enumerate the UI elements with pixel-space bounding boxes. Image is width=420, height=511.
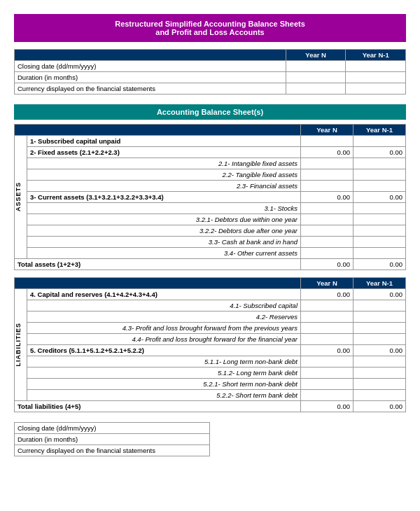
liab-row-6: 5. Creditors (5.1.1+5.1.2+5.2.1+5.2.2) 0… — [15, 345, 406, 356]
total-liab-year-n1: 0.00 — [354, 401, 406, 412]
current-assets-year-n: 0.00 — [301, 192, 354, 203]
top-info-table: Year N Year N-1 Closing date (dd/mm/yyyy… — [14, 49, 406, 94]
assets-total-row: Total assets (1+2+3) 0.00 0.00 — [15, 259, 406, 270]
assets-table: Year N Year N-1 ASSETS 1- Subscribed cap… — [14, 124, 406, 270]
closing-date-label: Closing date (dd/mm/yyyy) — [15, 61, 286, 72]
assets-row-9: 3.2.2- Debtors due after one year — [15, 225, 406, 237]
liab-row-5: 4.4- Profit and loss brought forward for… — [15, 334, 406, 345]
creditors-year-n: 0.00 — [301, 345, 354, 356]
total-assets-year-n: 0.00 — [301, 259, 354, 270]
creditors-year-n1: 0.00 — [354, 345, 406, 356]
liab-total-row: Total liabilities (4+5) 0.00 0.00 — [15, 401, 406, 412]
assets-row-6: 3- Current assets (3.1+3.2.1+3.2.2+3.3+3… — [15, 192, 406, 203]
total-assets-label: Total assets (1+2+3) — [15, 259, 301, 270]
top-info-row-3: Currency displayed on the financial stat… — [15, 83, 406, 94]
fixed-assets-year-n1: 0.00 — [354, 147, 406, 158]
assets-row-5: 2.3- Financial assets — [15, 181, 406, 192]
debtors-within-label: 3.2.1- Debtors due within one year — [27, 214, 301, 225]
current-assets-label: 3- Current assets (3.1+3.2.1+3.2.2+3.3+3… — [27, 192, 301, 203]
top-info-row-1: Closing date (dd/mm/yyyy) — [15, 61, 406, 72]
financial-assets-label: 2.3- Financial assets — [27, 181, 301, 192]
assets-row-7: 3.1- Stocks — [15, 203, 406, 214]
reserves-label: 4.2- Reserves — [27, 312, 301, 323]
fixed-assets-year-n: 0.00 — [301, 147, 354, 158]
liab-row-7: 5.1.1- Long term non-bank debt — [15, 356, 406, 368]
balance-sheet-title: Accounting Balance Sheet(s) — [14, 104, 406, 120]
bottom-row-3: Currency displayed on the financial stat… — [15, 445, 210, 456]
bottom-closing-label: Closing date (dd/mm/yyyy) — [15, 423, 210, 434]
fixed-assets-label: 2- Fixed assets (2.1+2.2+2.3) — [27, 147, 301, 158]
pl-financial-label: 4.4- Profit and loss brought forward for… — [27, 334, 301, 345]
assets-row-2: 2- Fixed assets (2.1+2.2+2.3) 0.00 0.00 — [15, 147, 406, 158]
pl-previous-label: 4.3- Profit and loss brought forward fro… — [27, 323, 301, 334]
duration-label: Duration (in months) — [15, 72, 286, 83]
top-header-year-n: Year N — [286, 50, 346, 61]
liab-row-3: 4.2- Reserves — [15, 312, 406, 323]
tangible-label: 2.2- Tangible fixed assets — [27, 169, 301, 181]
bottom-row-2: Duration (in months) — [15, 434, 210, 445]
liab-row-10: 5.2.2- Short term bank debt — [15, 390, 406, 401]
assets-row-10: 3.3- Cash at bank and in hand — [15, 237, 406, 248]
liab-row-8: 5.1.2- Long term bank debt — [15, 368, 406, 379]
capital-reserves-label: 4. Capital and reserves (4.1+4.2+4.3+4.4… — [27, 289, 301, 300]
st-nonbank-label: 5.2.1- Short term non-bank debt — [27, 379, 301, 390]
top-info-row-2: Duration (in months) — [15, 72, 406, 83]
subscribed-capital-label: 1- Subscribed capital unpaid — [27, 136, 301, 147]
assets-rotated-label: ASSETS — [15, 136, 27, 259]
liab-row-9: 5.2.1- Short term non-bank debt — [15, 379, 406, 390]
total-liab-year-n: 0.00 — [301, 401, 354, 412]
liab-rotated-label: LIABILITIES — [15, 289, 27, 401]
main-title: Restructured Simplified Accounting Balan… — [14, 14, 406, 42]
intangible-label: 2.1- Intangible fixed assets — [27, 158, 301, 169]
subscribed-cap-label: 4.1- Subscribed capital — [27, 300, 301, 312]
bottom-currency-label: Currency displayed on the financial stat… — [15, 445, 210, 456]
assets-header-year-n: Year N — [301, 125, 354, 136]
lt-bank-label: 5.1.2- Long term bank debt — [27, 368, 301, 379]
bottom-duration-label: Duration (in months) — [15, 434, 210, 445]
creditors-label: 5. Creditors (5.1.1+5.1.2+5.2.1+5.2.2) — [27, 345, 301, 356]
liabilities-table: Year N Year N-1 LIABILITIES 4. Capital a… — [14, 277, 406, 412]
assets-header-empty — [15, 125, 301, 136]
top-header-empty — [15, 50, 286, 61]
assets-row-1: ASSETS 1- Subscribed capital unpaid — [15, 136, 406, 147]
assets-row-11: 3.4- Other current assets — [15, 248, 406, 259]
st-bank-label: 5.2.2- Short term bank debt — [27, 390, 301, 401]
stocks-label: 3.1- Stocks — [27, 203, 301, 214]
liab-header-year-n1: Year N-1 — [354, 278, 406, 289]
total-assets-year-n1: 0.00 — [354, 259, 406, 270]
cash-label: 3.3- Cash at bank and in hand — [27, 237, 301, 248]
liab-header-year-n: Year N — [301, 278, 354, 289]
assets-header-year-n1: Year N-1 — [354, 125, 406, 136]
bottom-info-table: Closing date (dd/mm/yyyy) Duration (in m… — [14, 422, 210, 456]
assets-row-3: 2.1- Intangible fixed assets — [15, 158, 406, 169]
debtors-after-label: 3.2.2- Debtors due after one year — [27, 225, 301, 237]
liab-row-1: LIABILITIES 4. Capital and reserves (4.1… — [15, 289, 406, 300]
liab-header-empty — [15, 278, 301, 289]
assets-row-4: 2.2- Tangible fixed assets — [15, 169, 406, 181]
bottom-row-1: Closing date (dd/mm/yyyy) — [15, 423, 210, 434]
capital-reserves-year-n1: 0.00 — [354, 289, 406, 300]
capital-reserves-year-n: 0.00 — [301, 289, 354, 300]
current-assets-year-n1: 0.00 — [354, 192, 406, 203]
total-liab-label: Total liabilities (4+5) — [15, 401, 301, 412]
liab-row-2: 4.1- Subscribed capital — [15, 300, 406, 312]
other-current-label: 3.4- Other current assets — [27, 248, 301, 259]
lt-nonbank-label: 5.1.1- Long term non-bank debt — [27, 356, 301, 368]
currency-label: Currency displayed on the financial stat… — [15, 83, 286, 94]
top-header-year-n1: Year N-1 — [346, 50, 406, 61]
liab-row-4: 4.3- Profit and loss brought forward fro… — [15, 323, 406, 334]
assets-row-8: 3.2.1- Debtors due within one year — [15, 214, 406, 225]
